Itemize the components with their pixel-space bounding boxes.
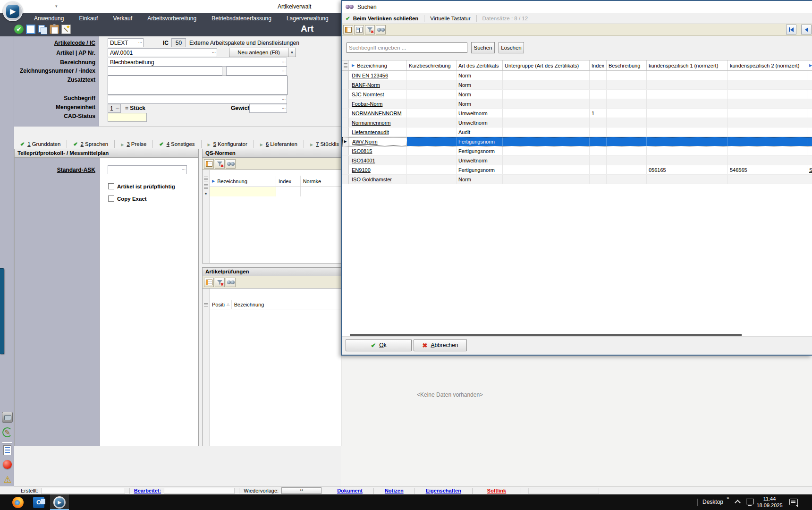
bearbeitet-link[interactable]: Bearbeitet:: [134, 488, 161, 493]
copy-icon[interactable]: [38, 25, 47, 34]
record-red-icon[interactable]: [3, 460, 12, 469]
menu-item-anwendung[interactable]: Anwendung: [26, 15, 71, 22]
filter-remove-icon[interactable]: [215, 278, 225, 287]
tab-stueckliste[interactable]: 7Stücklis: [304, 140, 341, 148]
table-row[interactable]: ISO0815Fertigungsnorm: [342, 146, 812, 156]
binoculars-icon[interactable]: [226, 278, 236, 287]
ellipsis-button[interactable]: [138, 39, 142, 44]
col-bezeichnung[interactable]: Bezeichnung: [349, 60, 407, 70]
table-row[interactable]: ISO14001Umweltnorm: [342, 156, 812, 165]
qs-new-row-cell[interactable]: [210, 187, 276, 196]
tab-konfigurator[interactable]: 5Konfigurator: [202, 140, 254, 148]
table-row[interactable]: LieferantenauditAudit: [342, 128, 812, 137]
new-window-icon[interactable]: [26, 25, 35, 34]
artikelcode-field[interactable]: DLEXT: [108, 38, 144, 47]
artikelcode-label[interactable]: Artikelcode / IC: [14, 40, 95, 46]
ellipsis-button[interactable]: [282, 67, 286, 72]
desktop-toolbar-label[interactable]: Desktop: [702, 499, 723, 505]
taskbar-clock[interactable]: 11:44 18.09.2025: [754, 495, 785, 509]
option-beim-verlinken[interactable]: Beim Verlinken schließen: [353, 16, 419, 21]
wizard-icon[interactable]: [61, 25, 71, 34]
paste-icon[interactable]: [50, 25, 59, 34]
pruef-col-position[interactable]: Positi: [210, 300, 232, 309]
first-record-button[interactable]: [786, 25, 796, 34]
show-hidden-icons-chevron[interactable]: [735, 500, 741, 506]
edit-pencil-icon[interactable]: [2, 427, 13, 438]
neu-anlegen-dropdown[interactable]: ▼: [288, 48, 296, 57]
menu-item-lagerverwaltung[interactable]: Lagerverwaltung: [279, 15, 336, 22]
neu-anlegen-button[interactable]: Neu anlegen (F8): [229, 48, 288, 57]
ok-icon[interactable]: [14, 25, 24, 34]
app-logo-icon[interactable]: [3, 1, 23, 21]
col-kundenspezifisch-1[interactable]: kundenspezifisch 1 (normzert): [647, 60, 728, 70]
erp-taskbar-button[interactable]: [50, 494, 69, 510]
horizontal-scrollbar[interactable]: [350, 334, 742, 336]
tab-sprachen[interactable]: 2Sprachen: [67, 140, 115, 148]
qs-col-bezeichnung[interactable]: Bezeichnung: [210, 176, 276, 187]
bezeichnung-field[interactable]: Blechbearbeitung: [108, 58, 287, 67]
zeichnungsindex-field[interactable]: [226, 67, 287, 76]
menu-item-betriebsdatenerfassung[interactable]: Betriebsdatenerfassung: [204, 15, 279, 22]
ellipsis-button[interactable]: [182, 166, 186, 171]
option-virtuelle-tastatur[interactable]: Virtuelle Tastatur: [430, 16, 470, 21]
filter-remove-icon[interactable]: [365, 25, 375, 34]
expand-toolbar-icon[interactable]: »: [727, 495, 729, 501]
warning-icon[interactable]: [1, 474, 14, 485]
col-next[interactable]: [807, 60, 812, 70]
dokument-link[interactable]: Dokument: [337, 488, 363, 493]
qs-col-index[interactable]: Index: [276, 176, 301, 187]
table-row[interactable]: Foobar-NormNorm: [342, 99, 812, 109]
menu-item-einkauf[interactable]: Einkauf: [71, 15, 105, 22]
col-kundenspezifisch-2[interactable]: kundenspezifisch 2 (normzert): [728, 60, 807, 70]
table-row[interactable]: ISO GoldhamsterNorm: [342, 175, 812, 184]
table-row[interactable]: EN9100Fertigungsnorm056165546565ST: [342, 165, 812, 175]
eigenschaften-link[interactable]: Eigenschaften: [426, 488, 461, 493]
gewicht-field[interactable]: [249, 104, 287, 113]
zusatztext-field[interactable]: [108, 76, 288, 95]
table-row[interactable]: NORMANNENNORMUmweltnorm1: [342, 109, 812, 118]
tab-sonstiges[interactable]: 4Sonstiges: [153, 140, 201, 148]
tab-preise[interactable]: 3Preise: [115, 140, 153, 148]
qs-normen-table[interactable]: * Bezeichnung Index Normke: [202, 170, 341, 264]
tab-lieferanten[interactable]: 6Lieferanten: [254, 140, 304, 148]
document-icon[interactable]: [3, 445, 11, 455]
collapsed-dock-tab[interactable]: [0, 268, 4, 354]
abbrechen-button[interactable]: Abbrechen: [414, 339, 467, 351]
grid-icon[interactable]: [204, 278, 214, 287]
standard-ask-field[interactable]: [108, 165, 187, 174]
zeichnungsnummer-field[interactable]: [108, 67, 222, 76]
col-kurzbeschreibung[interactable]: Kurzbeschreibung: [407, 60, 457, 70]
checkbox-icon[interactable]: [108, 183, 114, 189]
ellipsis-button[interactable]: [282, 104, 286, 110]
menu-item-arbeitsvorbereitung[interactable]: Arbeitsvorbereitung: [140, 15, 204, 22]
artikel-field[interactable]: AW.0001: [108, 48, 217, 57]
ellipsis-button[interactable]: [282, 58, 286, 63]
filter-remove-icon[interactable]: [215, 159, 225, 169]
softlink-link[interactable]: Softlink: [487, 488, 506, 493]
table-row-selected[interactable]: AWV.NormFertigungsnorm: [342, 137, 812, 146]
loeschen-button[interactable]: Löschen: [499, 42, 524, 53]
table-row[interactable]: BANF-NormNorm: [342, 80, 812, 90]
previous-record-button[interactable]: [801, 25, 812, 34]
standard-ask-label[interactable]: Standard-ASK: [14, 167, 95, 173]
network-icon[interactable]: [746, 499, 754, 504]
checkbox-icon[interactable]: [108, 196, 114, 202]
tab-grunddaten[interactable]: 1Grunddaten: [14, 140, 67, 148]
copy-exact-checkbox[interactable]: Copy Exact: [108, 196, 147, 202]
dialog-title-bar[interactable]: Suchen: [342, 1, 812, 13]
col-index[interactable]: Index: [590, 60, 607, 70]
pruef-col-bezeichnung[interactable]: Bezeichnung: [232, 300, 341, 309]
suchbegriff-field[interactable]: [108, 95, 287, 104]
ellipsis-button[interactable]: [282, 95, 286, 101]
table-row[interactable]: NormannennormUmweltnorm: [342, 118, 812, 128]
binoculars-icon[interactable]: [376, 25, 386, 34]
wiedervorlage-button[interactable]: **: [281, 487, 321, 494]
col-beschreibung[interactable]: Beschreibung: [607, 60, 647, 70]
archive-icon[interactable]: [2, 412, 13, 423]
search-input[interactable]: [347, 42, 467, 53]
table-row[interactable]: DIN EN 123456Norm: [342, 71, 812, 80]
artikelpruefungen-table[interactable]: Positi Bezeichnung: [202, 289, 341, 446]
outlook-taskbar-button[interactable]: O: [29, 494, 48, 510]
col-art-des-zertifikats[interactable]: Art des Zertifikats: [457, 60, 503, 70]
ellipsis-button[interactable]: [212, 49, 216, 54]
